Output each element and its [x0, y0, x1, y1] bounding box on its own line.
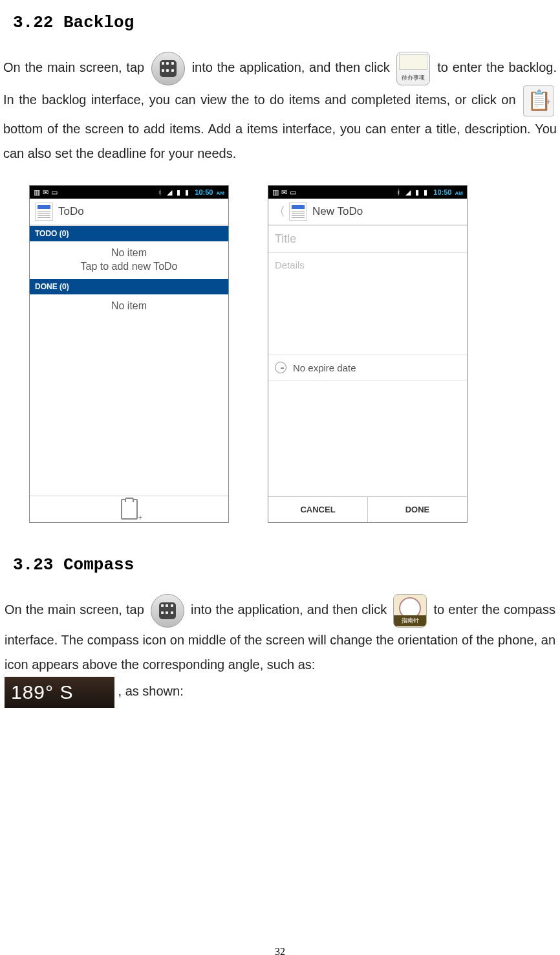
- empty-line: No item: [30, 247, 228, 260]
- add-todo-icon[interactable]: [121, 499, 138, 520]
- bottom-two-buttons: CANCEL DONE: [268, 496, 467, 522]
- cancel-button[interactable]: CANCEL: [268, 497, 368, 522]
- app-titlebar: 〈 New ToDo: [268, 199, 467, 226]
- mail-icon: ✉: [281, 188, 287, 196]
- apps-drawer-icon: [151, 52, 185, 85]
- screenshot-new-todo: ▥✉▭ ᚼ ◢ ▮ ▮ 10:50 AM 〈 New ToDo Title De…: [268, 185, 468, 523]
- expire-date-row[interactable]: No expire date: [268, 355, 467, 380]
- clock-icon: [275, 362, 286, 373]
- heading-backlog: 3.22 Backlog: [13, 13, 560, 32]
- cell-icon: ▮: [415, 188, 419, 196]
- text-fragment: , as shown:: [118, 684, 184, 698]
- text-fragment: On the main screen, tap: [3, 60, 149, 74]
- battery-icon: ▮: [424, 188, 427, 196]
- back-icon[interactable]: 〈: [274, 204, 285, 219]
- done-empty-area: No item: [30, 294, 228, 318]
- screenshot-todo-list: ▥✉▭ ᚼ ◢ ▮ ▮ 10:50 AM ToDo TODO (0) No it…: [29, 185, 229, 523]
- chat-icon: ▭: [51, 188, 58, 196]
- bluetooth-icon: ᚼ: [158, 188, 162, 196]
- title-input[interactable]: Title: [268, 226, 467, 253]
- todo-title-icon: [289, 203, 307, 221]
- heading-compass: 3.23 Compass: [13, 555, 560, 575]
- battery-icon: ▮: [185, 188, 189, 196]
- status-bar: ▥✉▭ ᚼ ◢ ▮ ▮ 10:50 AM: [268, 186, 467, 199]
- paragraph-compass: On the main screen, tap into the applica…: [3, 594, 557, 708]
- expire-label: No expire date: [293, 362, 356, 373]
- empty-line: No item: [30, 300, 228, 313]
- document-page: 3.22 Backlog On the main screen, tap int…: [0, 13, 560, 955]
- todo-section-header: TODO (0): [30, 226, 228, 241]
- cell-icon: ▮: [177, 188, 180, 196]
- text-fragment: bottom of the screen to add items. Add a…: [3, 122, 557, 160]
- paragraph-backlog: On the main screen, tap into the applica…: [3, 52, 557, 166]
- add-item-icon: 📋: [523, 85, 554, 116]
- compass-app-icon: 指南针: [393, 594, 427, 628]
- wifi-icon: ◢: [167, 188, 172, 196]
- text-fragment: into the application, and then click: [191, 602, 391, 617]
- chat-icon: ▭: [290, 188, 296, 196]
- screenshots-row: ▥✉▭ ᚼ ◢ ▮ ▮ 10:50 AM ToDo TODO (0) No it…: [29, 185, 560, 523]
- text-fragment: On the main screen, tap: [5, 602, 148, 617]
- bottom-bar: [30, 496, 228, 522]
- signal-icon: ▥: [34, 188, 40, 196]
- signal-icon: ▥: [272, 188, 279, 196]
- todo-title-icon: [35, 203, 53, 221]
- wifi-icon: ◢: [405, 188, 411, 196]
- app-title: ToDo: [58, 205, 84, 218]
- todo-empty-area[interactable]: No item Tap to add new ToDo: [30, 241, 228, 279]
- page-number: 32: [0, 946, 560, 955]
- compass-degree-display: 189° S: [5, 677, 114, 708]
- todo-app-icon: 待办事项: [396, 52, 430, 85]
- mail-icon: ✉: [43, 188, 48, 196]
- empty-line: Tap to add new ToDo: [30, 260, 228, 274]
- done-button[interactable]: DONE: [368, 497, 467, 522]
- apps-drawer-icon: [151, 594, 184, 628]
- clock-time: 10:50 AM: [432, 188, 463, 196]
- done-section-header: DONE (0): [30, 279, 228, 294]
- status-bar: ▥✉▭ ᚼ ◢ ▮ ▮ 10:50 AM: [30, 186, 228, 199]
- app-titlebar: ToDo: [30, 199, 228, 226]
- details-input[interactable]: Details: [268, 253, 467, 277]
- app-title: New ToDo: [312, 205, 363, 218]
- bluetooth-icon: ᚼ: [396, 188, 401, 196]
- clock-time: 10:50 AM: [193, 188, 224, 196]
- text-fragment: into the application, and then click: [192, 60, 394, 74]
